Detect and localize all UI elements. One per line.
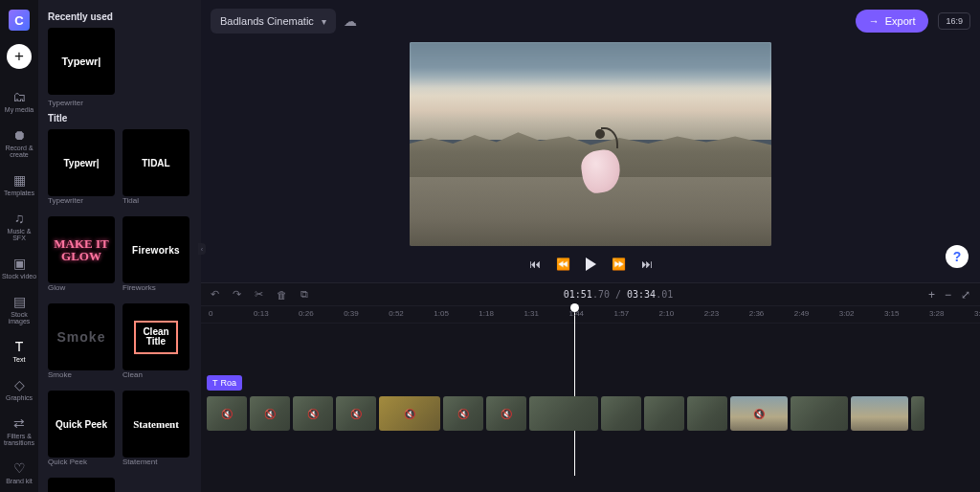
mute-icon: 🔇: [350, 409, 362, 419]
export-button[interactable]: → Export: [856, 10, 929, 33]
cloud-sync-icon[interactable]: ☁: [344, 13, 357, 29]
rail-icon: ▤: [0, 295, 38, 308]
rail-label: Text: [0, 356, 38, 363]
track-area: T Roa 🔇🔇🔇🔇🔇🔇🔇🔇: [201, 324, 980, 335]
template-thumb[interactable]: Typewr|: [48, 129, 115, 196]
rail-music-sfx[interactable]: ♫Music & SFX: [0, 208, 38, 245]
template-thumb[interactable]: Smoke: [48, 303, 115, 370]
video-track: 🔇🔇🔇🔇🔇🔇🔇🔇: [207, 396, 974, 431]
video-clip[interactable]: 🔇: [443, 396, 483, 431]
rail-stock-video[interactable]: ▣Stock video: [0, 253, 38, 283]
rail-brand-kit[interactable]: ♡Brand kit: [0, 458, 38, 488]
template-thumb[interactable]: Quick Peek: [48, 391, 115, 458]
video-clip[interactable]: 🔇: [379, 396, 440, 431]
mute-icon: 🔇: [457, 409, 469, 419]
rail-label: Filters & transitions: [0, 433, 38, 446]
assets-panel: Recently used Typewr| Typewriter Title T…: [38, 0, 201, 492]
zoom-in-button[interactable]: +: [928, 288, 935, 302]
video-clip[interactable]: [601, 396, 641, 431]
ruler-tick: 3:41: [974, 309, 980, 318]
help-button[interactable]: ?: [946, 245, 969, 268]
template-caption: Typewriter: [48, 196, 115, 205]
rail-templates[interactable]: ▦Templates: [0, 169, 38, 200]
template-thumb[interactable]: Statement: [122, 391, 189, 458]
ruler-tick: 0:13: [254, 309, 269, 318]
template-card: FireworksFireworks: [122, 216, 189, 298]
template-card: Quick PeekQuick Peek: [48, 391, 115, 472]
split-button[interactable]: ✂: [255, 288, 263, 301]
template-thumb[interactable]: Outline: [48, 478, 115, 492]
add-button[interactable]: +: [7, 44, 32, 69]
video-clip[interactable]: 🔇: [730, 396, 788, 431]
ruler-tick: 0:52: [389, 309, 404, 318]
video-clip[interactable]: 🔇: [336, 396, 376, 431]
video-clip[interactable]: [911, 396, 924, 431]
rail-icon: ⇄: [0, 416, 38, 430]
chevron-down-icon: ▾: [322, 16, 326, 27]
mute-icon: 🔇: [264, 409, 276, 419]
video-clip[interactable]: 🔇: [207, 396, 247, 431]
brand-logo[interactable]: C: [9, 10, 30, 31]
rail-filters-transitions[interactable]: ⇄Filters & transitions: [0, 413, 38, 450]
mute-icon: 🔇: [753, 409, 765, 419]
zoom-out-button[interactable]: −: [945, 288, 951, 302]
rail-record-create[interactable]: ⏺Record & create: [0, 124, 38, 162]
top-bar: Badlands Cinematic ▾ ☁ → Export 16:9: [201, 0, 980, 42]
redo-button[interactable]: ↷: [233, 288, 241, 301]
rail-stock-images[interactable]: ▤Stock images: [0, 291, 38, 328]
zoom-fit-button[interactable]: ⤢: [961, 288, 970, 302]
mute-icon: 🔇: [221, 409, 233, 419]
templates-grid: Typewr|TypewriterTIDALTidalMAKE ITGLOWGl…: [48, 129, 191, 492]
video-clip[interactable]: [851, 396, 908, 431]
forward-button[interactable]: ⏩: [612, 257, 626, 271]
template-caption: Smoke: [48, 370, 115, 379]
video-clip[interactable]: [687, 396, 727, 431]
project-selector[interactable]: Badlands Cinematic ▾: [211, 9, 336, 34]
video-clip[interactable]: 🔇: [293, 396, 333, 431]
template-card: StatementStatement: [122, 391, 189, 472]
rail-icon: ◇: [0, 378, 38, 391]
duplicate-button[interactable]: ⧉: [301, 288, 308, 301]
rewind-button[interactable]: ⏪: [556, 257, 570, 271]
template-thumb[interactable]: Fireworks: [122, 216, 189, 283]
rail-my-media[interactable]: 🗂My media: [0, 86, 38, 117]
video-preview[interactable]: [410, 42, 771, 246]
ruler-tick: 1:18: [479, 309, 494, 318]
text-clip[interactable]: T Roa: [207, 375, 242, 391]
export-icon: →: [869, 15, 880, 27]
ruler-tick: 3:28: [929, 309, 945, 318]
mute-icon: 🔇: [501, 409, 512, 419]
template-caption: Fireworks: [122, 283, 189, 292]
template-thumb[interactable]: TIDAL: [122, 129, 189, 196]
template-caption: Statement: [122, 458, 189, 466]
template-thumb[interactable]: CleanTitle: [122, 303, 189, 370]
rail-label: Brand kit: [0, 478, 38, 484]
zoom-controls: + − ⤢: [928, 288, 970, 302]
rail-graphics[interactable]: ◇Graphics: [0, 374, 38, 405]
rail-label: My media: [0, 106, 38, 113]
rail-icon: ▦: [0, 173, 38, 187]
aspect-ratio-chip[interactable]: 16:9: [938, 12, 970, 30]
rail-text[interactable]: TText: [0, 336, 38, 367]
play-button[interactable]: [586, 257, 596, 271]
video-clip[interactable]: [529, 396, 598, 431]
rail-icon: ⏺: [0, 128, 38, 142]
video-clip[interactable]: [791, 396, 848, 431]
delete-button[interactable]: 🗑: [277, 289, 287, 301]
rail-icon: T: [0, 340, 38, 353]
project-name: Badlands Cinematic: [220, 15, 314, 27]
skip-start-button[interactable]: ⏮: [529, 257, 541, 271]
template-thumb-recent[interactable]: Typewr|: [48, 28, 115, 95]
video-clip[interactable]: 🔇: [250, 396, 290, 431]
ruler-tick: 3:02: [839, 309, 855, 318]
video-clip[interactable]: [644, 396, 684, 431]
video-clip[interactable]: 🔇: [486, 396, 526, 431]
template-caption: Clean: [122, 370, 189, 379]
rail-label: Record & create: [0, 145, 38, 158]
template-thumb[interactable]: MAKE ITGLOW: [48, 216, 115, 283]
skip-end-button[interactable]: ⏭: [641, 257, 653, 271]
timeline-ruler[interactable]: 00:130:260:390:521:051:181:311:441:572:1…: [201, 306, 980, 324]
rail-label: Stock video: [0, 273, 38, 280]
undo-button[interactable]: ↶: [211, 288, 219, 301]
template-card: TIDALTidal: [122, 129, 189, 211]
